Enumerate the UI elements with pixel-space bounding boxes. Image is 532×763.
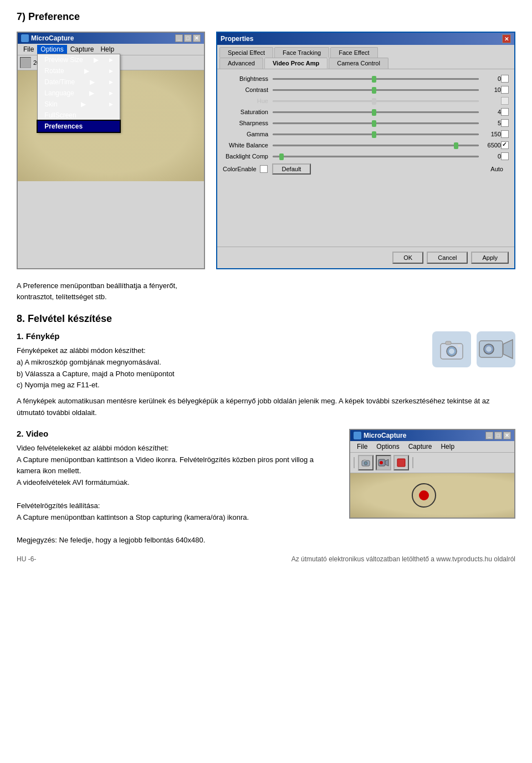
- svg-marker-13: [385, 459, 388, 466]
- mc1-dropdown-skin[interactable]: Skin ▶: [38, 99, 120, 110]
- props-checkbox-backlightcomp[interactable]: [501, 152, 509, 160]
- props-value-backlightcomp: 0: [479, 153, 501, 160]
- props-row-whitebalance: White Balance 6500 ✓: [223, 141, 509, 149]
- sharpness-track[interactable]: [273, 122, 479, 124]
- contrast-thumb[interactable]: [372, 87, 376, 94]
- props-value-brightness: 0: [479, 75, 501, 82]
- props-label-gamma: Gamma: [223, 131, 273, 137]
- props-checkbox-saturation[interactable]: [501, 108, 509, 116]
- page: 7) Preference MicroCapture _ □ ✕ File Op…: [0, 0, 532, 574]
- section8: 8. Felvétel készítése: [17, 313, 515, 546]
- hue-track: [273, 100, 479, 102]
- props-slider-contrast: [273, 89, 479, 91]
- arrow-icon3: ▶: [90, 78, 95, 86]
- props-checkbox-brightness[interactable]: [501, 75, 509, 83]
- mc1-minimize-btn[interactable]: _: [175, 34, 183, 42]
- props-checkbox-sharpness[interactable]: [501, 119, 509, 127]
- mc2-tool-photo-btn[interactable]: [358, 455, 374, 470]
- props-checkbox-whitebalance[interactable]: ✓: [501, 141, 509, 149]
- props-slider-backlightcomp: [273, 156, 479, 157]
- svg-point-8: [486, 346, 492, 352]
- brightness-thumb[interactable]: [372, 76, 376, 83]
- mc2-menu-help[interactable]: Help: [436, 442, 459, 451]
- props-tabs-row1: Special Effect Face Tracking Face Effect: [217, 45, 514, 58]
- props-row-hue: Hue: [223, 97, 509, 105]
- mc2-menu-options[interactable]: Options: [372, 442, 403, 451]
- mc2-menu-file[interactable]: File: [352, 442, 372, 451]
- props-empty-space: [217, 180, 514, 247]
- gamma-track[interactable]: [273, 134, 479, 135]
- props-tab-advanced[interactable]: Advanced: [219, 58, 263, 69]
- sub1-body5: A fényképek automatikusan mentésre kerül…: [17, 396, 515, 419]
- photo-icons-area: [432, 331, 515, 367]
- subsection2: 2. Video Video felvételekeket az alábbi …: [17, 429, 515, 546]
- props-slider-hue: [273, 100, 479, 102]
- mc2-tool-stop-btn[interactable]: [393, 455, 409, 470]
- props-tab-face-effect[interactable]: Face Effect: [330, 47, 377, 58]
- mc1-dropdown-rotate[interactable]: Rotate ▶: [38, 65, 120, 76]
- props-row-backlightcomp: Backlight Comp 0: [223, 152, 509, 160]
- mc2-canvas: [350, 473, 514, 518]
- contrast-track[interactable]: [273, 89, 479, 91]
- footer-page: HU -6-: [17, 555, 36, 563]
- arrow-icon: ▶: [94, 56, 99, 64]
- saturation-thumb[interactable]: [372, 109, 376, 116]
- whitebalance-track[interactable]: [273, 145, 479, 146]
- mc2-maximize-btn[interactable]: □: [494, 432, 502, 439]
- arrow-icon2: ▶: [84, 67, 89, 75]
- svg-rect-15: [397, 459, 405, 467]
- mc1-dropdown-previewsize[interactable]: Preview Size ▶: [38, 54, 120, 65]
- record-overlay-circle: [412, 483, 436, 508]
- mc2-toolbar-sep1: [354, 457, 355, 468]
- mc2-minimize-btn[interactable]: _: [485, 432, 493, 439]
- mc1-dropdown-language[interactable]: Language ▶: [38, 88, 120, 99]
- props-tab-special-effect[interactable]: Special Effect: [219, 47, 273, 58]
- desc-text: A Preference menüpontban beállíthatja a …: [17, 280, 205, 302]
- mc1-titlebar-buttons: _ □ ✕: [175, 34, 201, 42]
- props-row-brightness: Brightness 0: [223, 75, 509, 83]
- mc1-app-icon: [21, 34, 29, 42]
- backlightcomp-thumb[interactable]: [279, 153, 284, 160]
- mc2-toolbar: [350, 453, 514, 473]
- props-apply-button[interactable]: Apply: [471, 252, 509, 264]
- gamma-thumb[interactable]: [372, 131, 376, 138]
- props-default-button[interactable]: Default: [272, 163, 311, 175]
- microcapture2-window: MicroCapture _ □ ✕ File Options Capture …: [349, 429, 515, 519]
- mc2-close-btn[interactable]: ✕: [503, 432, 511, 439]
- props-tab-video-proc-amp[interactable]: Video Proc Amp: [264, 58, 328, 69]
- mc1-maximize-btn[interactable]: □: [184, 34, 192, 42]
- props-label-whitebalance: White Balance: [223, 142, 273, 148]
- sharpness-thumb[interactable]: [372, 120, 376, 127]
- arrow-icon5: ▶: [81, 100, 86, 108]
- props-ok-button[interactable]: OK: [392, 252, 423, 264]
- props-colorenable-checkbox[interactable]: [260, 165, 268, 173]
- mc1-dropdown-fullscreen[interactable]: FullScreen: [38, 110, 120, 121]
- saturation-track[interactable]: [273, 111, 479, 113]
- props-label-hue: Hue: [223, 98, 273, 104]
- mc1-menu-file[interactable]: File: [20, 45, 37, 54]
- props-checkbox-contrast[interactable]: [501, 86, 509, 94]
- mc1-menu-capture[interactable]: Capture: [67, 45, 98, 54]
- props-titlebar: Properties ✕: [217, 33, 514, 45]
- whitebalance-thumb[interactable]: [454, 142, 458, 149]
- mc1-dropdown-preferences[interactable]: Preferences: [38, 121, 120, 132]
- mc1-close-btn[interactable]: ✕: [193, 34, 201, 42]
- mc1-menu-options[interactable]: Options Preview Size ▶ Rotate ▶ Date/Tim…: [37, 45, 66, 54]
- props-tab-face-tracking[interactable]: Face Tracking: [274, 47, 329, 58]
- props-checkbox-gamma[interactable]: [501, 130, 509, 138]
- props-auto-label: Auto: [490, 166, 509, 172]
- mc1-menu-help[interactable]: Help: [97, 45, 117, 54]
- mc2-tool-record-btn[interactable]: [376, 455, 391, 470]
- props-value-whitebalance: 6500: [479, 142, 501, 148]
- props-close-btn[interactable]: ✕: [502, 34, 511, 43]
- mc1-toolbar-icon: [20, 57, 31, 68]
- props-cancel-button[interactable]: Cancel: [427, 252, 468, 264]
- props-label-sharpness: Sharpness: [223, 120, 273, 126]
- props-label-contrast: Contrast: [223, 86, 273, 93]
- sub2-heading: 2. Video: [17, 429, 338, 438]
- brightness-track[interactable]: [273, 78, 479, 80]
- props-tab-camera-control[interactable]: Camera Control: [329, 58, 388, 69]
- mc2-menu-capture[interactable]: Capture: [404, 442, 437, 451]
- mc1-dropdown-datetime[interactable]: Date/Time ▶: [38, 76, 120, 88]
- backlightcomp-track[interactable]: [273, 156, 479, 157]
